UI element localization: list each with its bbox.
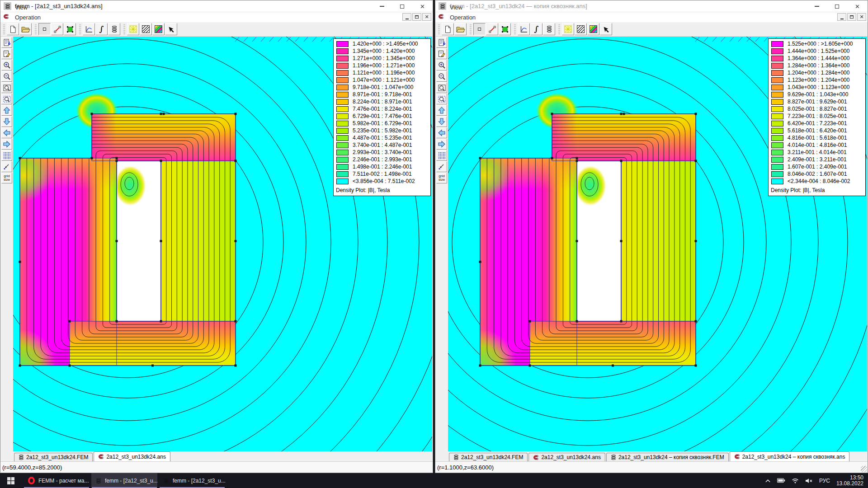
zoom-window-button[interactable]	[436, 94, 447, 104]
edit-doc-button[interactable]	[436, 48, 447, 59]
zoom-in-button[interactable]	[436, 60, 447, 70]
legend-entry: 4.487e-001 : 5.235e-001	[334, 134, 430, 141]
pan-up-button[interactable]	[1, 105, 12, 116]
menu-operation[interactable]: Operation	[11, 12, 45, 22]
block-mode-button[interactable]	[64, 23, 76, 35]
titlebar[interactable]: femm - [2a12_st3_un13dk24 — копия сквозн…	[435, 0, 868, 12]
point-mode-button[interactable]	[473, 23, 486, 35]
mdi-close-button[interactable]: ✕	[857, 13, 866, 21]
minimize-button[interactable]	[807, 0, 827, 12]
pan-up-button[interactable]	[436, 105, 447, 116]
coil-button[interactable]	[543, 23, 555, 35]
document-tab[interactable]: 2a12_st3_un13dk24 – копия сквозняк.FEM	[606, 453, 729, 461]
arrow-pointer-button[interactable]	[600, 23, 612, 35]
plot-xy-button[interactable]	[83, 23, 95, 35]
resize-grip[interactable]	[861, 466, 867, 472]
zoom-page-button[interactable]	[1, 82, 12, 93]
grid-size-label: grid size	[4, 174, 10, 182]
battery-icon[interactable]	[777, 478, 785, 483]
document-tab[interactable]: 2a12_st3_un13dk24 – копия сквозняк.ans	[730, 451, 850, 461]
integral-button[interactable]: ∫	[530, 23, 542, 35]
mdi-restore-button[interactable]	[412, 13, 421, 21]
open-file-button[interactable]	[19, 23, 32, 35]
zoom-out-button[interactable]	[436, 71, 447, 82]
document-tab[interactable]: 2a12_st3_un13dk24.ans	[528, 453, 605, 461]
start-button[interactable]	[0, 473, 22, 488]
arrow-pointer-icon	[168, 26, 175, 33]
new-document-button[interactable]	[442, 23, 454, 35]
keyboard-language[interactable]: РУС	[819, 478, 830, 484]
hatch-color-button[interactable]	[587, 23, 599, 35]
menu-view[interactable]: View	[446, 2, 480, 12]
mesh-button[interactable]	[562, 23, 574, 35]
plot-canvas[interactable]: 1.525e+000 : >1.605e+0001.444e+000 : 1.5…	[448, 37, 867, 451]
close-button[interactable]: ✕	[412, 0, 433, 12]
taskbar-item[interactable]: femm - [2a12_st3_u...	[159, 473, 225, 488]
volume-muted-icon[interactable]	[805, 478, 813, 483]
edit-doc-button[interactable]	[1, 48, 12, 59]
mdi-minimize-button[interactable]	[837, 13, 846, 21]
snap-grid-button[interactable]	[1, 161, 12, 172]
integral-button[interactable]: ∫	[95, 23, 108, 35]
coil-icon	[547, 25, 552, 33]
line-mode-button[interactable]	[51, 23, 63, 35]
open-file-button[interactable]	[454, 23, 467, 35]
document-tab[interactable]: 2a12_st3_un13dk24.FEM	[449, 453, 528, 461]
hatch-bw-button[interactable]	[140, 23, 152, 35]
minimize-button[interactable]	[372, 0, 392, 12]
pan-down-button[interactable]	[436, 116, 447, 127]
arrow-pointer-button[interactable]	[165, 23, 177, 35]
new-document-button[interactable]	[7, 23, 19, 35]
grid-size-button[interactable]: grid size	[1, 173, 12, 183]
taskbar-item[interactable]: FEMM - расчет ма...	[24, 473, 90, 488]
plot-xy-button[interactable]	[518, 23, 530, 35]
mdi-restore-button[interactable]	[847, 13, 856, 21]
plot-canvas[interactable]: 1.420e+000 : >1.495e+0001.345e+000 : 1.4…	[13, 37, 432, 451]
grid-size-button[interactable]: grid size	[436, 173, 447, 183]
zoom-page-button[interactable]	[436, 82, 447, 93]
pan-right-button[interactable]	[1, 139, 12, 150]
pan-left-button[interactable]	[436, 127, 447, 138]
mdi-minimize-button[interactable]	[402, 13, 411, 21]
taskbar-item[interactable]: femm - [2a12_st3_u...	[91, 473, 157, 488]
pan-right-button[interactable]	[436, 139, 447, 150]
contour-doc-button[interactable]	[1, 37, 12, 48]
document-tab[interactable]: 2a12_st3_un13dk24.ans	[94, 451, 170, 461]
legend-entry: 1.271e+000 : 1.345e+000	[334, 55, 430, 62]
grid-dots-button[interactable]	[436, 150, 447, 161]
magnet-doc-icon	[438, 14, 444, 21]
contour-doc-button[interactable]	[436, 37, 447, 48]
titlebar[interactable]: femm - [2a12_st3_un13dk24.ans] ✕	[0, 0, 433, 12]
zoom-out-button[interactable]	[1, 71, 12, 82]
maximize-button[interactable]	[827, 0, 847, 12]
mesh-button[interactable]	[127, 23, 139, 35]
close-button[interactable]: ✕	[847, 0, 868, 12]
mdi-close-button[interactable]: ✕	[422, 13, 431, 21]
tray-expand-icon[interactable]	[765, 479, 771, 483]
zoom-window-button[interactable]	[1, 94, 12, 104]
menu-view[interactable]: View	[11, 2, 45, 12]
pan-down-button[interactable]	[1, 116, 12, 127]
legend-range-label: 3.211e-001 : 4.014e-001	[788, 149, 847, 155]
legend-entry: 7.223e-001 : 8.025e-001	[769, 113, 865, 120]
coil-button[interactable]	[108, 23, 120, 35]
legend-range-label: 1.047e+000 : 1.121e+000	[353, 77, 415, 83]
wifi-icon[interactable]	[792, 478, 799, 483]
snap-grid-button[interactable]	[436, 161, 447, 172]
legend-entry: 8.827e-001 : 9.629e-001	[769, 98, 865, 105]
new-document-icon	[444, 25, 452, 33]
zoom-in-button[interactable]	[1, 60, 12, 70]
hatch-bw-button[interactable]	[575, 23, 587, 35]
legend-range-label: 1.420e+000 : >1.495e+000	[353, 41, 418, 47]
line-mode-button[interactable]	[486, 23, 498, 35]
block-mode-button[interactable]	[499, 23, 511, 35]
menubar: FileEditZoomViewOperationPlot X-YIntegra…	[435, 12, 868, 22]
point-mode-button[interactable]	[38, 23, 51, 35]
document-tab[interactable]: 2a12_st3_un13dk24.FEM	[14, 453, 93, 461]
menu-operation[interactable]: Operation	[446, 12, 480, 22]
pan-left-button[interactable]	[1, 127, 12, 138]
clock[interactable]: 13:50 13.08.2022	[836, 475, 863, 487]
maximize-button[interactable]	[392, 0, 412, 12]
grid-dots-button[interactable]	[1, 150, 12, 161]
hatch-color-button[interactable]	[152, 23, 165, 35]
